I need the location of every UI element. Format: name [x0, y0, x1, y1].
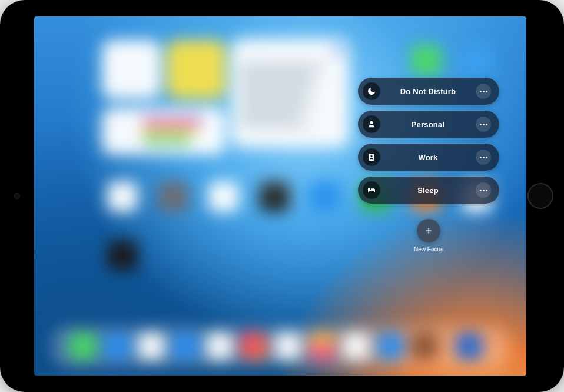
more-icon[interactable]	[476, 182, 491, 198]
widget-notes	[167, 40, 225, 99]
front-camera	[14, 193, 20, 199]
plus-icon	[417, 219, 440, 242]
dock	[52, 326, 509, 367]
focus-item-label: Do Not Disturb	[380, 87, 476, 96]
bed-icon	[363, 181, 380, 199]
badge-icon	[363, 148, 380, 166]
focus-item-label: Personal	[380, 120, 476, 129]
ipad-device-frame: Do Not Disturb Personal Work	[0, 0, 564, 392]
new-focus-label: New Focus	[414, 246, 443, 253]
new-focus[interactable]: New Focus	[358, 219, 499, 253]
widget-clock	[102, 40, 161, 99]
widget-calendar	[102, 108, 225, 155]
home-button[interactable]	[527, 183, 553, 209]
more-icon[interactable]	[476, 84, 491, 99]
more-icon[interactable]	[476, 117, 491, 132]
person-icon	[363, 115, 380, 133]
focus-item-label: Work	[380, 153, 476, 162]
focus-item-work[interactable]: Work	[358, 144, 499, 171]
focus-item-personal[interactable]: Personal	[358, 111, 499, 138]
focus-panel: Do Not Disturb Personal Work	[358, 78, 499, 253]
focus-item-sleep[interactable]: Sleep	[358, 177, 499, 204]
moon-icon	[363, 82, 380, 100]
more-icon[interactable]	[476, 150, 491, 165]
focus-item-label: Sleep	[380, 186, 476, 195]
focus-item-do-not-disturb[interactable]: Do Not Disturb	[358, 78, 499, 105]
screen: Do Not Disturb Personal Work	[34, 16, 526, 376]
widget-reminders	[231, 39, 349, 148]
